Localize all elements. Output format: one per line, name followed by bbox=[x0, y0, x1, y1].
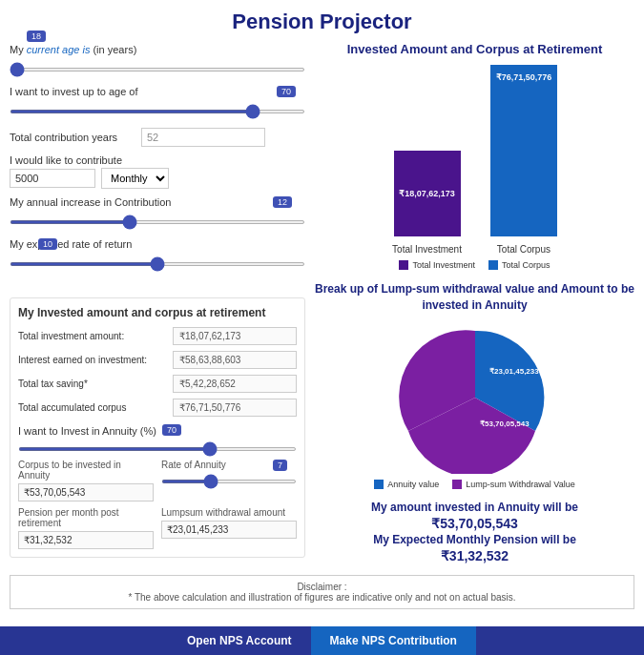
tax-saving-value bbox=[173, 375, 297, 393]
lumpsum-col: Lumpsum withdrawal amount bbox=[161, 507, 297, 549]
lumpsum-value bbox=[161, 521, 297, 539]
right-panel: Invested Amount and Corpus at Retirement… bbox=[305, 42, 634, 567]
legend-lumpsum: Lump-sum Withdrawal Value bbox=[452, 480, 574, 489]
make-contribution-button[interactable]: Make NPS Contribution bbox=[311, 626, 476, 655]
disclaimer: Disclaimer : * The above calculation and… bbox=[10, 575, 634, 609]
legend-annuity-dot bbox=[374, 480, 384, 489]
contrib-years-label: Total contribution years bbox=[10, 132, 134, 143]
current-age-bubble: 18 bbox=[27, 31, 46, 42]
total-investment-label: Total investment amount: bbox=[18, 331, 161, 341]
slider-section: 18 My current age is (in years) I want t… bbox=[10, 44, 305, 290]
summary-amount2: ₹31,32,532 bbox=[315, 548, 634, 563]
rate-annuity-bubble: 7 bbox=[273, 460, 287, 471]
contribute-row: I would like to contribute Monthly Yearl… bbox=[10, 154, 305, 189]
legend-lumpsum-dot bbox=[452, 480, 462, 489]
disclaimer-line1: Disclaimer : bbox=[20, 582, 624, 592]
invest-age-track bbox=[10, 99, 305, 120]
legend-investment-dot bbox=[399, 260, 408, 270]
invest-age-row: I want to invest up to age of 70 bbox=[10, 86, 305, 120]
legend-corpus: Total Corpus bbox=[488, 260, 551, 270]
corpus-annuity-value bbox=[18, 483, 154, 501]
tax-saving-label: Total tax saving* bbox=[18, 379, 161, 389]
legend-investment-label: Total Investment bbox=[412, 260, 475, 270]
annuity-pct-label: I want to Invest in Annuity (%) bbox=[18, 425, 156, 437]
total-investment-row: Total investment amount: bbox=[18, 327, 297, 345]
corpus-bar-label: ₹76,71,50,776 bbox=[494, 71, 554, 84]
investment-bar-col: ₹18,07,62,173 Total Investment bbox=[392, 151, 462, 255]
annuity-pct-slider[interactable] bbox=[18, 447, 297, 451]
interest-row: Interest earned on investment: bbox=[18, 351, 297, 369]
total-investment-value bbox=[173, 327, 297, 345]
interest-label: Interest earned on investment: bbox=[18, 355, 161, 365]
disclaimer-line2: * The above calculation and illustration… bbox=[20, 592, 624, 603]
contribution-amount-input[interactable] bbox=[10, 169, 95, 188]
annual-increase-bubble: 12 bbox=[273, 196, 292, 208]
bar-chart-legend: Total Investment Total Corpus bbox=[399, 260, 550, 270]
pie-legend: Annuity value Lump-sum Withdrawal Value bbox=[374, 480, 574, 489]
annuity-grid: Corpus to be invested in Annuity Rate of… bbox=[18, 460, 297, 501]
open-nps-button[interactable]: Open NPS Account bbox=[168, 626, 311, 655]
page-title: Pension Projector bbox=[0, 0, 644, 42]
contribution-input-row: Monthly Yearly bbox=[10, 168, 305, 189]
bar-chart-section: Invested Amount and Corpus at Retirement… bbox=[315, 42, 634, 270]
pension-grid: Pension per month post retirement Lumpsu… bbox=[18, 507, 297, 549]
pie-chart-section: Break up of Lump-sum withdrawal value an… bbox=[315, 281, 634, 567]
contrib-years-row: Total contribution years bbox=[10, 128, 305, 147]
invest-age-slider[interactable] bbox=[10, 110, 305, 113]
investment-x-label: Total Investment bbox=[392, 244, 462, 255]
bar-chart-wrapper: ₹18,07,62,173 Total Investment ₹76,71,50… bbox=[315, 64, 634, 270]
corpus-bar: ₹76,71,50,776 bbox=[490, 65, 557, 236]
bar-chart: ₹18,07,62,173 Total Investment ₹76,71,50… bbox=[373, 64, 576, 255]
annual-increase-slider[interactable] bbox=[10, 220, 305, 224]
corpus-bar-col: ₹76,71,50,776 Total Corpus bbox=[490, 65, 557, 255]
results-section: My Invested amount and corpus at retirem… bbox=[10, 297, 305, 558]
pie-annuity-label: ₹23,01,45,233 bbox=[489, 367, 539, 376]
investment-bar-label: ₹18,07,62,173 bbox=[397, 187, 457, 200]
contrib-years-input[interactable] bbox=[141, 128, 265, 147]
summary-line2: My Expected Monthly Pension will be bbox=[315, 531, 634, 548]
lumpsum-label: Lumpsum withdrawal amount bbox=[161, 507, 297, 518]
return-rate-track bbox=[10, 252, 305, 273]
invest-age-bubble: 70 bbox=[277, 86, 296, 97]
results-title: My Invested amount and corpus at retirem… bbox=[18, 306, 297, 319]
annuity-slider-section: I want to Invest in Annuity (%) 70 bbox=[18, 424, 297, 454]
return-rate-row: My expected rate of return 10 bbox=[10, 238, 305, 273]
annual-increase-track bbox=[10, 210, 305, 231]
summary-line1: My amount invested in Annuity will be bbox=[315, 499, 634, 516]
current-age-slider[interactable] bbox=[10, 68, 305, 72]
summary-section: My amount invested in Annuity will be ₹5… bbox=[315, 495, 634, 567]
tax-saving-row: Total tax saving* bbox=[18, 375, 297, 393]
pension-label: Pension per month post retirement bbox=[18, 507, 154, 528]
corpus-x-label: Total Corpus bbox=[497, 244, 551, 255]
pie-chart-title: Break up of Lump-sum withdrawal value an… bbox=[315, 281, 634, 314]
legend-corpus-dot bbox=[488, 260, 498, 270]
return-rate-bubble: 10 bbox=[38, 238, 57, 250]
pie-chart-wrapper: ₹23,01,45,233 ₹53,70,05,543 Annuity valu… bbox=[315, 321, 634, 489]
return-rate-slider[interactable] bbox=[10, 262, 305, 266]
rate-annuity-slider[interactable] bbox=[161, 480, 297, 483]
annuity-pct-bubble: 70 bbox=[162, 424, 181, 436]
corpus-annuity-label: Corpus to be invested in Annuity bbox=[18, 460, 154, 481]
legend-lumpsum-label: Lump-sum Withdrawal Value bbox=[466, 480, 574, 489]
current-age-row: 18 My current age is (in years) bbox=[10, 44, 305, 78]
annual-increase-label: My annual increase in Contribution bbox=[10, 196, 305, 208]
rate-annuity-col: Rate of Annuity 7 bbox=[161, 460, 297, 501]
pension-col: Pension per month post retirement bbox=[18, 507, 154, 549]
legend-corpus-label: Total Corpus bbox=[502, 260, 551, 270]
corpus-row: Total accumulated corpus bbox=[18, 399, 297, 417]
current-age-label: My current age is (in years) bbox=[10, 44, 305, 55]
interest-value bbox=[173, 351, 297, 369]
current-age-track bbox=[10, 57, 305, 78]
investment-bar: ₹18,07,62,173 bbox=[394, 151, 461, 236]
invest-age-label: I want to invest up to age of bbox=[10, 86, 305, 97]
contribution-frequency-select[interactable]: Monthly Yearly bbox=[101, 168, 169, 189]
legend-annuity: Annuity value bbox=[374, 480, 439, 489]
corpus-value bbox=[173, 399, 297, 417]
bottom-bar: Open NPS Account Make NPS Contribution bbox=[0, 626, 644, 655]
left-panel: 18 My current age is (in years) I want t… bbox=[10, 42, 305, 567]
pie-lumpsum-label: ₹53,70,05,543 bbox=[480, 420, 530, 428]
pie-chart-svg: ₹23,01,45,233 ₹53,70,05,543 bbox=[389, 321, 561, 474]
legend-investment: Total Investment bbox=[399, 260, 475, 270]
annual-increase-row: My annual increase in Contribution 12 bbox=[10, 196, 305, 231]
legend-annuity-label: Annuity value bbox=[387, 480, 439, 489]
